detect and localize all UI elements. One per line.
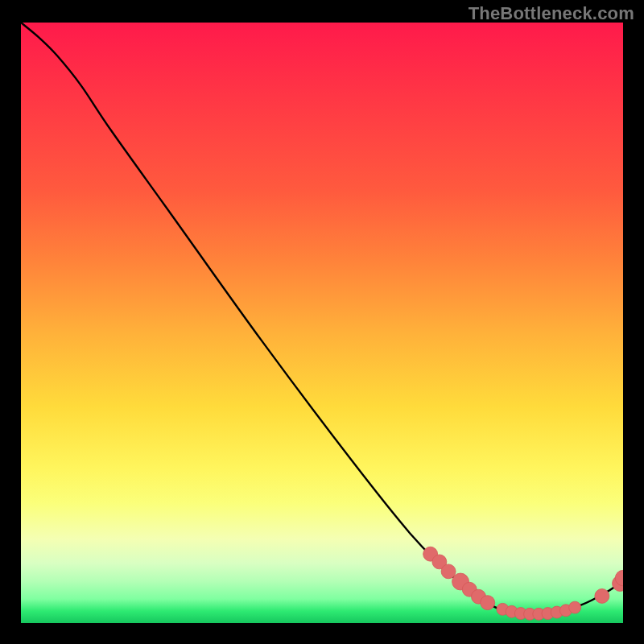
data-point xyxy=(569,601,581,613)
data-points xyxy=(423,547,623,620)
watermark-text: TheBottleneck.com xyxy=(469,3,634,24)
data-point xyxy=(481,596,495,610)
data-point xyxy=(595,588,609,603)
chart-container: TheBottleneck.com xyxy=(0,0,644,644)
bottleneck-curve xyxy=(21,23,623,615)
chart-overlay xyxy=(21,23,623,623)
